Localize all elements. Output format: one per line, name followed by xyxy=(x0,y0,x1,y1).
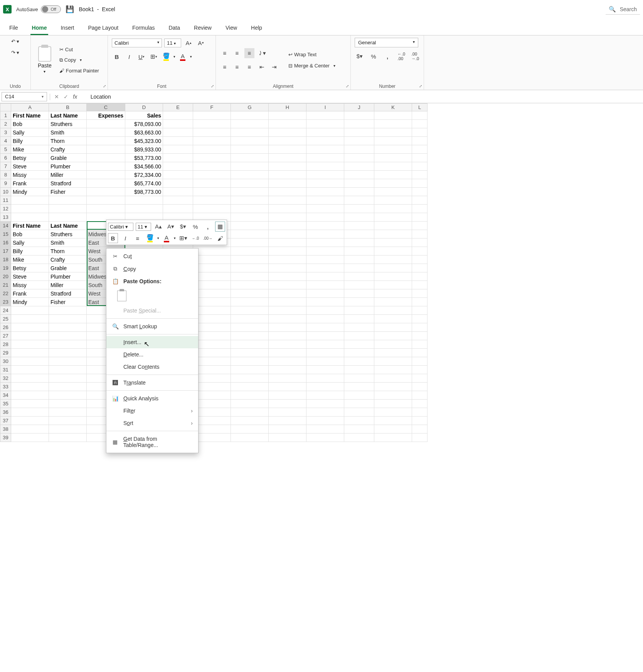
grow-font-icon[interactable]: A▴ xyxy=(183,38,194,48)
row-header[interactable]: 22 xyxy=(0,289,11,298)
cell[interactable] xyxy=(306,255,344,264)
cell[interactable] xyxy=(231,340,269,349)
cell[interactable] xyxy=(412,272,428,281)
cell[interactable] xyxy=(125,196,163,205)
cell[interactable] xyxy=(344,222,374,230)
cell[interactable]: Steve xyxy=(11,162,49,171)
cell[interactable]: Crafty xyxy=(49,145,87,154)
cell[interactable] xyxy=(231,188,269,196)
cell[interactable] xyxy=(269,196,306,205)
cell[interactable] xyxy=(306,391,344,400)
cell[interactable] xyxy=(269,408,306,417)
cell[interactable] xyxy=(412,255,428,264)
cell[interactable] xyxy=(374,417,412,425)
clipboard-launcher[interactable]: ⤢ xyxy=(103,84,106,88)
cell[interactable]: Billy xyxy=(11,137,49,145)
cell[interactable] xyxy=(412,391,428,400)
cell[interactable] xyxy=(231,230,269,239)
tab-view[interactable]: View xyxy=(224,22,239,35)
cell[interactable] xyxy=(374,137,412,145)
cell[interactable] xyxy=(11,417,49,425)
row-header[interactable]: 3 xyxy=(0,128,11,137)
cell[interactable]: $72,334.00 xyxy=(125,171,163,179)
cell[interactable]: $89,933.00 xyxy=(125,145,163,154)
cell[interactable] xyxy=(344,247,374,255)
cell[interactable] xyxy=(344,137,374,145)
cell[interactable] xyxy=(374,357,412,366)
row-header[interactable]: 27 xyxy=(0,332,11,340)
cell[interactable] xyxy=(306,247,344,255)
cell[interactable] xyxy=(306,239,344,247)
row-header[interactable]: 18 xyxy=(0,255,11,264)
decrease-indent-icon[interactable]: ⇤ xyxy=(257,62,267,72)
cell[interactable]: $53,773.00 xyxy=(125,154,163,162)
cell[interactable] xyxy=(269,137,306,145)
cell[interactable]: Last Name xyxy=(49,222,87,230)
cell[interactable] xyxy=(193,162,231,171)
cell[interactable] xyxy=(269,111,306,120)
cell[interactable] xyxy=(306,264,344,272)
font-size-select[interactable]: 11 ▾ xyxy=(164,39,181,47)
cell[interactable] xyxy=(11,408,49,417)
column-header[interactable]: B xyxy=(49,104,87,111)
cell[interactable] xyxy=(163,162,193,171)
tab-home[interactable]: Home xyxy=(30,22,49,35)
cell[interactable] xyxy=(269,120,306,128)
cell[interactable] xyxy=(412,349,428,357)
cell[interactable] xyxy=(344,213,374,222)
cell[interactable] xyxy=(344,332,374,340)
cell[interactable] xyxy=(269,272,306,281)
cell[interactable] xyxy=(193,179,231,188)
cell[interactable] xyxy=(344,433,374,442)
ctx-sort[interactable]: Sort› xyxy=(106,417,198,429)
cell[interactable] xyxy=(193,298,231,306)
cell[interactable] xyxy=(344,400,374,408)
cell[interactable]: Smith xyxy=(49,239,87,247)
cell[interactable]: $45,323.00 xyxy=(125,137,163,145)
cell[interactable] xyxy=(344,306,374,315)
cell[interactable] xyxy=(231,213,269,222)
cell[interactable] xyxy=(412,315,428,323)
cell[interactable] xyxy=(344,120,374,128)
cell[interactable] xyxy=(374,408,412,417)
name-box[interactable]: C14▾ xyxy=(2,92,47,101)
cell[interactable] xyxy=(374,222,412,230)
mini-increase-decimal-icon[interactable]: ←.0 xyxy=(190,233,200,243)
ctx-smart-lookup[interactable]: 🔍Smart Lookup xyxy=(106,320,198,333)
cell[interactable] xyxy=(231,391,269,400)
cell[interactable]: Struthers xyxy=(49,230,87,239)
cell[interactable] xyxy=(231,289,269,298)
column-header[interactable]: I xyxy=(306,104,344,111)
cell[interactable] xyxy=(374,188,412,196)
cell[interactable] xyxy=(306,289,344,298)
cell[interactable] xyxy=(344,323,374,332)
cell[interactable] xyxy=(412,340,428,349)
cell[interactable] xyxy=(163,111,193,120)
cell[interactable] xyxy=(306,162,344,171)
cell[interactable] xyxy=(231,349,269,357)
copy-button[interactable]: ⧉Copy▾ xyxy=(58,56,101,64)
cell[interactable] xyxy=(11,383,49,391)
cell[interactable] xyxy=(344,349,374,357)
cell[interactable] xyxy=(374,281,412,289)
cell[interactable]: First Name xyxy=(11,111,49,120)
cell[interactable] xyxy=(344,230,374,239)
cell[interactable] xyxy=(344,366,374,374)
cell[interactable] xyxy=(306,128,344,137)
cell[interactable] xyxy=(344,340,374,349)
cell[interactable] xyxy=(269,188,306,196)
cell[interactable] xyxy=(374,171,412,179)
mini-shrink-font-icon[interactable]: A▾ xyxy=(166,222,176,232)
cell[interactable] xyxy=(163,120,193,128)
row-header[interactable]: 25 xyxy=(0,315,11,323)
cell[interactable]: Struthers xyxy=(49,120,87,128)
cell[interactable] xyxy=(231,357,269,366)
cell[interactable] xyxy=(49,374,87,383)
cell[interactable] xyxy=(11,391,49,400)
row-header[interactable]: 10 xyxy=(0,188,11,196)
cell[interactable]: Last Name xyxy=(49,111,87,120)
cell[interactable] xyxy=(231,179,269,188)
cell[interactable] xyxy=(49,425,87,433)
cell[interactable] xyxy=(11,213,49,222)
ctx-translate[interactable]: 🅰Translate xyxy=(106,376,198,389)
